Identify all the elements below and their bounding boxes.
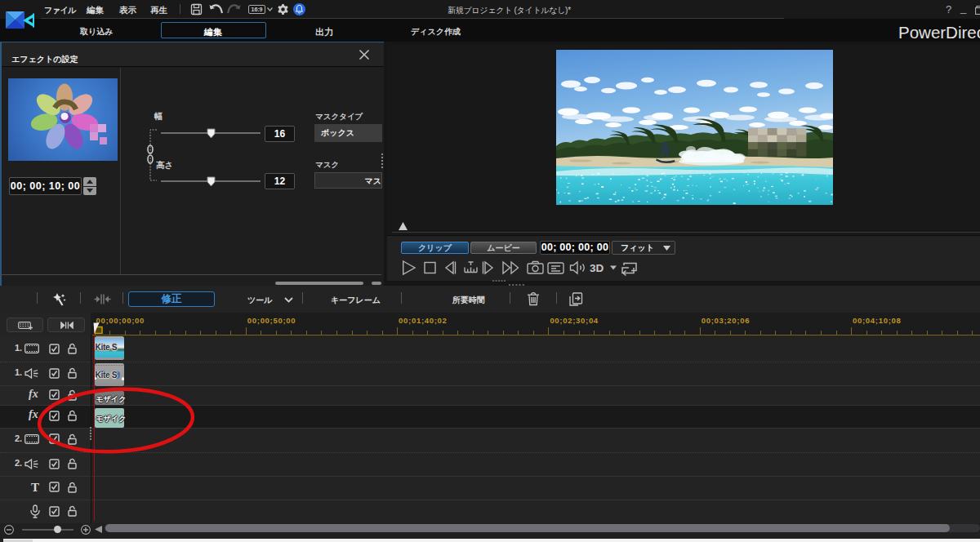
svg-text:3D: 3D: [590, 262, 604, 274]
